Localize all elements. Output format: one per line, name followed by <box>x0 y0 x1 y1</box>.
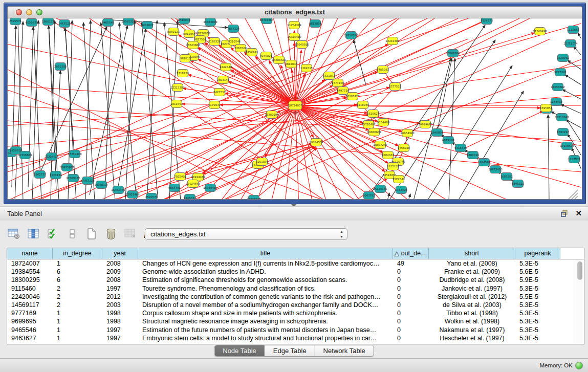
graph-node[interactable]: 1640954 <box>431 129 444 137</box>
graph-node[interactable]: 12505135 <box>66 174 80 182</box>
graph-node[interactable]: 9318735 <box>454 144 467 152</box>
graph-node[interactable]: 12219387 <box>385 37 399 45</box>
column-header-year[interactable]: year <box>102 248 138 259</box>
graph-node[interactable]: 9227341 <box>554 69 567 76</box>
table-row[interactable]: 969969511998Structural magnetic resonanc… <box>7 317 584 325</box>
graph-node[interactable]: 1467521 <box>58 20 71 28</box>
graph-node[interactable]: 1733426 <box>395 186 408 194</box>
graph-node[interactable]: 13722363 <box>259 18 273 24</box>
graph-node[interactable]: 16210643 <box>555 114 569 121</box>
graph-node[interactable]: 1685382 <box>500 173 513 181</box>
graph-node[interactable]: 17016504 <box>560 142 574 150</box>
graph-node[interactable]: 989013 <box>180 55 191 62</box>
graph-node[interactable]: 8201834 <box>256 158 269 166</box>
vertical-scrollbar[interactable] <box>576 259 584 344</box>
graph-node[interactable]: 2520571 <box>9 18 21 25</box>
graph-node[interactable]: 16543882 <box>186 41 200 49</box>
graph-node[interactable]: 1043762 <box>363 192 375 200</box>
graph-node[interactable]: 10872455 <box>488 166 502 173</box>
graph-node[interactable]: 7925402 <box>174 173 186 181</box>
column-header-title[interactable]: title <box>138 248 393 259</box>
graph-node[interactable]: 1694569 <box>478 159 491 166</box>
graph-node[interactable]: 18807243 <box>373 141 387 149</box>
column-header-name[interactable]: name <box>7 248 53 259</box>
graph-node[interactable]: 2522542 <box>393 176 405 183</box>
graph-node[interactable]: 8813054 <box>309 20 322 28</box>
table-row[interactable]: 2242004622012Investigating the contribut… <box>7 293 584 301</box>
graph-node[interactable]: 2803144 <box>217 76 230 84</box>
table-selector-dropdown[interactable]: citations_edges.txt ▲▼ <box>145 228 347 240</box>
graph-node[interactable]: 19384554 <box>309 139 323 146</box>
graph-node[interactable]: 9884067 <box>382 151 394 159</box>
graph-node[interactable]: 10688609 <box>367 128 381 136</box>
graph-node[interactable]: 15716485 <box>203 184 217 192</box>
graph-node[interactable]: 16782759 <box>111 186 125 194</box>
graph-node[interactable]: 1942737 <box>34 171 46 179</box>
graph-node[interactable]: 19218586 <box>344 32 358 39</box>
graph-node[interactable]: 7857224 <box>227 25 240 33</box>
graph-node[interactable]: 10107427 <box>345 93 359 100</box>
table-row[interactable]: 946362711997Embryonic stem cells: a mode… <box>7 334 584 342</box>
graph-node[interactable]: 16033809 <box>203 18 217 26</box>
graph-node[interactable]: 10437625 <box>247 195 260 200</box>
graph-node[interactable]: 9756928 <box>398 144 410 152</box>
column-header-out_de[interactable]: △ out_de… <box>393 248 429 259</box>
memory-status-led[interactable] <box>575 362 583 369</box>
graph-node[interactable]: 8860123 <box>167 28 180 36</box>
table-row[interactable]: 1456911722003Disruption of a novel membe… <box>7 301 584 309</box>
graph-node[interactable]: 9124573 <box>481 18 493 25</box>
graph-node[interactable]: 8912954 <box>183 30 196 38</box>
graph-node[interactable]: 9154469 <box>377 119 390 126</box>
graph-node[interactable]: 8822037 <box>285 60 297 68</box>
graph-node[interactable]: 9463627 <box>141 21 154 29</box>
float-panel-icon[interactable] <box>560 209 569 217</box>
graph-node[interactable]: 2367608 <box>234 45 247 52</box>
graph-node[interactable]: 10958107 <box>94 181 108 189</box>
graph-node[interactable]: 6056871 <box>26 19 38 27</box>
graph-node[interactable]: 10699695 <box>418 121 432 128</box>
graph-node[interactable]: 15135141 <box>373 185 387 193</box>
graph-node[interactable]: 8427552 <box>213 89 226 96</box>
graph-node[interactable]: 11254349 <box>287 21 301 29</box>
graph-node[interactable]: 9245022 <box>512 180 524 188</box>
graph-node[interactable]: 16640910 <box>295 41 309 49</box>
column-header-short[interactable]: short <box>429 248 515 259</box>
graph-node[interactable]: 3216049 <box>357 101 369 109</box>
graph-node[interactable]: 1615132 <box>387 163 399 170</box>
graph-node[interactable]: 30975887 <box>60 164 74 171</box>
table-row[interactable]: 1872400712008Changes of HCN gene express… <box>7 259 584 268</box>
tab-node-table[interactable]: Node Table <box>214 345 265 356</box>
network-window-titlebar[interactable]: citations_edges.txt <box>8 7 582 18</box>
network-canvas[interactable]: 2520571605687118601231467521946554619565… <box>8 18 582 199</box>
graph-node[interactable]: 6979198 <box>442 137 455 144</box>
graph-node[interactable]: 7485083 <box>377 66 389 74</box>
graph-node[interactable]: 17024643 <box>186 180 200 188</box>
select-all-rows-button[interactable] <box>46 228 59 240</box>
graph-node[interactable]: 1111653 <box>567 26 579 34</box>
graph-node[interactable]: 16654923 <box>400 129 414 137</box>
graph-node[interactable]: 9242848 <box>220 63 232 71</box>
graph-node[interactable]: 15688520 <box>272 56 286 64</box>
graph-node[interactable]: 19565310 <box>121 18 136 26</box>
graph-node[interactable]: 8510673 <box>178 18 190 24</box>
graph-node[interactable]: 1593297 <box>557 128 569 136</box>
graph-node[interactable]: 12156829 <box>18 151 32 159</box>
resize-grip-icon[interactable] <box>575 196 578 199</box>
graph-node[interactable]: 12093382 <box>551 83 564 91</box>
graph-node[interactable]: 15325419 <box>287 33 301 41</box>
graph-node[interactable]: 17957223 <box>80 177 94 185</box>
column-header-in_degree[interactable]: in_degree <box>53 248 102 259</box>
resize-grip-icon[interactable] <box>572 193 578 199</box>
zoom-window-button[interactable] <box>36 9 42 15</box>
graph-node[interactable]: 8454743 <box>246 49 258 56</box>
tab-edge-table[interactable]: Edge Table <box>265 345 315 356</box>
table-settings-button[interactable] <box>7 228 20 240</box>
graph-node[interactable]: 18724007 <box>288 101 302 110</box>
graph-node[interactable]: 1860123 <box>42 18 54 26</box>
table-row[interactable]: 946554611997Estimation of the future num… <box>7 326 584 334</box>
graph-node[interactable]: 9777169 <box>332 79 344 87</box>
deselect-rows-button[interactable] <box>66 228 79 240</box>
graph-node[interactable]: 1244419 <box>550 98 563 106</box>
graph-node[interactable]: 17359928 <box>68 150 82 158</box>
table-row[interactable]: 977716911998Corpus callosum shape and si… <box>7 309 584 317</box>
